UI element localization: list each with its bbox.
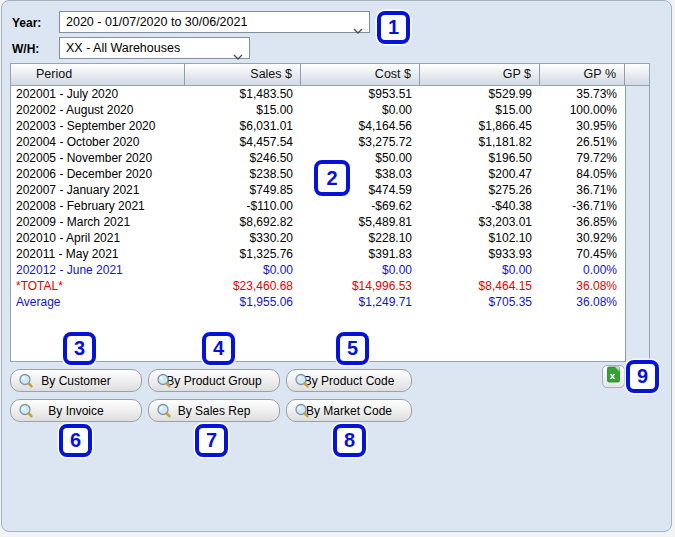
cell-period: 202006 - December 2020 — [11, 166, 185, 182]
cell-cost: $14,996.53 — [301, 278, 420, 294]
cell-gp: $8,464.15 — [420, 278, 540, 294]
cell-gp: $3,203.01 — [420, 214, 540, 230]
cell-sales: $1,955.06 — [185, 294, 301, 310]
column-header-period[interactable]: Period — [11, 64, 185, 85]
by-product-group-button[interactable]: By Product Group — [148, 369, 280, 392]
cell-gp_pct: 36.08% — [540, 294, 625, 310]
year-select-value: 2020 - 01/07/2020 to 30/06/2021 — [66, 15, 247, 29]
cell-gp: $200.47 — [420, 166, 540, 182]
by-invoice-button[interactable]: By Invoice — [10, 399, 142, 422]
cell-cost: $3,275.72 — [301, 134, 420, 150]
table-row[interactable]: 202002 - August 2020$15.00$0.00$15.00100… — [11, 102, 649, 118]
cell-sales: $8,692.82 — [185, 214, 301, 230]
warehouse-select[interactable]: XX - All Warehouses — [59, 37, 250, 59]
cell-gp_pct: 70.45% — [540, 246, 625, 262]
table-row[interactable]: 202012 - June 2021$0.00$0.00$0.000.00% — [11, 262, 649, 278]
chevron-down-icon — [353, 20, 363, 40]
cell-cost: $0.00 — [301, 262, 420, 278]
cell-sales: $6,031.01 — [185, 118, 301, 134]
magnifier-icon — [156, 403, 172, 422]
cell-sales: -$110.00 — [185, 198, 301, 214]
cell-gp_pct: 100.00% — [540, 102, 625, 118]
cell-gp_pct: -36.71% — [540, 198, 625, 214]
table-row[interactable]: 202003 - September 2020$6,031.01$4,164.5… — [11, 118, 649, 134]
cell-gp_pct: 36.85% — [540, 214, 625, 230]
cell-sales: $246.50 — [185, 150, 301, 166]
cell-gp: $196.50 — [420, 150, 540, 166]
table-row[interactable]: 202009 - March 2021$8,692.82$5,489.81$3,… — [11, 214, 649, 230]
by-market-code-button[interactable]: By Market Code — [286, 399, 412, 422]
cell-gp: $275.26 — [420, 182, 540, 198]
column-header-sales[interactable]: Sales $ — [185, 64, 301, 85]
cell-gp: $1,181.82 — [420, 134, 540, 150]
cell-period: 202010 - April 2021 — [11, 230, 185, 246]
table-row[interactable]: *TOTAL*$23,460.68$14,996.53$8,464.1536.0… — [11, 278, 649, 294]
cell-period: 202007 - January 2021 — [11, 182, 185, 198]
svg-text:x: x — [610, 370, 616, 381]
column-header-gp-pct[interactable]: GP % — [540, 64, 625, 85]
cell-gp_pct: 35.73% — [540, 86, 625, 102]
cell-period: 202003 - September 2020 — [11, 118, 185, 134]
cell-sales: $23,460.68 — [185, 278, 301, 294]
cell-gp_pct: 0.00% — [540, 262, 625, 278]
cell-sales: $4,457.54 — [185, 134, 301, 150]
button-label: By Sales Rep — [178, 404, 251, 418]
by-product-code-button[interactable]: By Product Code — [286, 369, 412, 392]
year-select[interactable]: 2020 - 01/07/2020 to 30/06/2021 — [59, 11, 370, 33]
cell-gp: $1,866.45 — [420, 118, 540, 134]
cell-sales: $0.00 — [185, 262, 301, 278]
cell-cost: $1,249.71 — [301, 294, 420, 310]
button-label: By Market Code — [306, 404, 392, 418]
annotation-4: 4 — [202, 332, 235, 365]
table-row[interactable]: 202004 - October 2020$4,457.54$3,275.72$… — [11, 134, 649, 150]
annotation-3: 3 — [63, 332, 96, 365]
cell-period: 202012 - June 2021 — [11, 262, 185, 278]
by-sales-rep-button[interactable]: By Sales Rep — [148, 399, 280, 422]
cell-gp_pct: 30.92% — [540, 230, 625, 246]
export-to-excel-button[interactable]: x — [602, 365, 625, 388]
table-row[interactable]: 202011 - May 2021$1,325.76$391.83$933.93… — [11, 246, 649, 262]
cell-gp_pct: 26.51% — [540, 134, 625, 150]
column-header-filler — [625, 64, 649, 85]
cell-gp_pct: 36.08% — [540, 278, 625, 294]
cell-cost: $5,489.81 — [301, 214, 420, 230]
cell-cost: $953.51 — [301, 86, 420, 102]
excel-export-icon: x — [606, 366, 621, 387]
cell-gp_pct: 84.05% — [540, 166, 625, 182]
cell-cost: $228.10 — [301, 230, 420, 246]
cell-gp_pct: 79.72% — [540, 150, 625, 166]
table-row[interactable]: 202010 - April 2021$330.20$228.10$102.10… — [11, 230, 649, 246]
column-header-cost[interactable]: Cost $ — [301, 64, 420, 85]
sales-by-period-table: Period Sales $ Cost $ GP $ GP % 202001 -… — [10, 63, 650, 362]
table-row[interactable]: 202001 - July 2020$1,483.50$953.51$529.9… — [11, 86, 649, 102]
cell-gp_pct: 30.95% — [540, 118, 625, 134]
magnifier-icon — [18, 403, 34, 422]
cell-period: 202001 - July 2020 — [11, 86, 185, 102]
cell-gp: $933.93 — [420, 246, 540, 262]
table-row[interactable]: Average$1,955.06$1,249.71$705.3536.08% — [11, 294, 649, 310]
cell-gp_pct: 36.71% — [540, 182, 625, 198]
cell-gp: $102.10 — [420, 230, 540, 246]
annotation-7: 7 — [195, 424, 228, 457]
cell-period: Average — [11, 294, 185, 310]
by-customer-button[interactable]: By Customer — [10, 369, 142, 392]
cell-period: 202008 - February 2021 — [11, 198, 185, 214]
cell-gp: $705.35 — [420, 294, 540, 310]
cell-sales: $749.85 — [185, 182, 301, 198]
cell-cost: $391.83 — [301, 246, 420, 262]
cell-period: 202009 - March 2021 — [11, 214, 185, 230]
cell-gp: $529.99 — [420, 86, 540, 102]
magnifier-icon — [156, 373, 172, 392]
button-label: By Product Code — [304, 374, 395, 388]
cell-sales: $1,325.76 — [185, 246, 301, 262]
magnifier-icon — [294, 373, 310, 392]
annotation-9: 9 — [626, 360, 659, 393]
cell-sales: $238.50 — [185, 166, 301, 182]
cell-cost: -$69.62 — [301, 198, 420, 214]
cell-sales: $1,483.50 — [185, 86, 301, 102]
year-label: Year: — [12, 16, 41, 30]
cell-cost: $0.00 — [301, 102, 420, 118]
column-header-gp[interactable]: GP $ — [420, 64, 540, 85]
table-row[interactable]: 202008 - February 2021-$110.00-$69.62-$4… — [11, 198, 649, 214]
cell-period: 202002 - August 2020 — [11, 102, 185, 118]
